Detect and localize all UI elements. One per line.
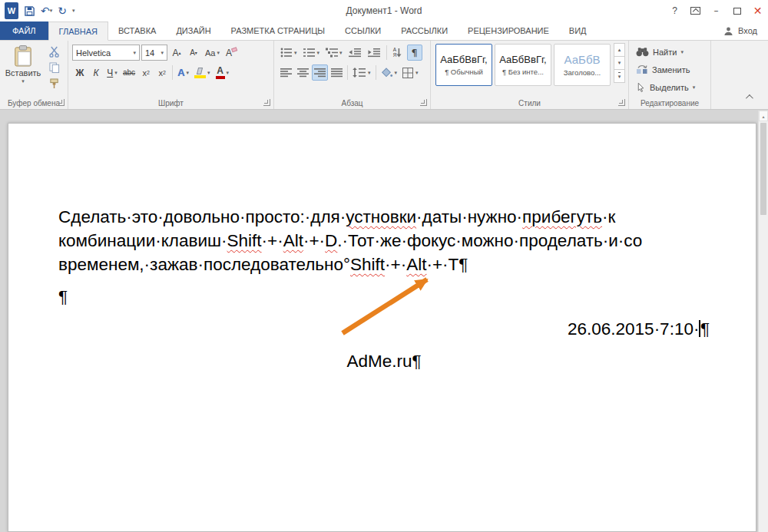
collapse-ribbon-icon xyxy=(745,94,753,101)
align-left-button[interactable] xyxy=(278,64,294,81)
group-label-paragraph: Абзац xyxy=(274,99,430,107)
paragraph-dialog-launcher[interactable] xyxy=(420,99,427,106)
redo-icon: ↻ xyxy=(58,5,67,16)
pilcrow-mark: ¶ xyxy=(58,287,68,306)
word-app-icon[interactable]: W xyxy=(5,2,18,19)
bold-button[interactable]: Ж xyxy=(72,64,88,81)
tab-page-layout[interactable]: РАЗМЕТКА СТРАНИЦЫ xyxy=(221,21,335,40)
style-card-no-spacing[interactable]: АаБбВвГг, ¶ Без инте... xyxy=(495,44,551,86)
sign-in-button[interactable]: Вход xyxy=(713,21,768,40)
tab-insert[interactable]: ВСТАВКА xyxy=(108,21,166,40)
select-dropdown-icon: ▾ xyxy=(693,84,696,91)
group-editing: Найти ▾ Заменить Выделить ▾ Редактирован… xyxy=(629,41,711,109)
subscript-button[interactable]: x2 xyxy=(138,64,154,81)
highlight-button[interactable]: ▾ xyxy=(192,64,213,81)
title-bar: W ↶ ▾ ↻ ▾ Документ1 - Word ? – ✕ xyxy=(0,0,768,21)
replace-label: Заменить xyxy=(652,65,690,74)
tab-view[interactable]: ВИД xyxy=(559,21,597,40)
style-card-heading[interactable]: АаБбВ Заголово... xyxy=(554,44,611,86)
tab-design[interactable]: ДИЗАЙН xyxy=(166,21,220,40)
cut-button[interactable] xyxy=(45,44,65,59)
font-size-combo[interactable]: 14 ▾ xyxy=(141,45,167,61)
text-line: AdMe.ru¶ xyxy=(58,349,710,373)
increase-indent-button[interactable] xyxy=(366,45,383,61)
ribbon-tab-bar: ФАЙЛ ГЛАВНАЯ ВСТАВКА ДИЗАЙН РАЗМЕТКА СТР… xyxy=(0,21,768,41)
align-right-button[interactable] xyxy=(312,64,328,81)
shading-dropdown-icon: ▾ xyxy=(395,70,398,76)
underline-button[interactable]: Ч ▾ xyxy=(104,64,120,81)
customize-qat-button[interactable]: ▾ xyxy=(72,2,75,19)
decrease-indent-button[interactable] xyxy=(346,45,364,61)
font-color-button[interactable]: А ▾ xyxy=(214,64,232,81)
shading-button[interactable]: ▾ xyxy=(379,64,400,81)
ribbon-filler xyxy=(711,41,768,109)
multilevel-list-button[interactable]: ▾ xyxy=(323,45,345,61)
grow-font-button[interactable]: A▴ xyxy=(169,45,184,61)
replace-button[interactable]: Заменить xyxy=(629,61,710,78)
tab-file[interactable]: ФАЙЛ xyxy=(0,21,48,40)
tab-references[interactable]: ССЫЛКИ xyxy=(335,21,391,40)
tab-home[interactable]: ГЛАВНАЯ xyxy=(48,21,108,41)
format-painter-button[interactable] xyxy=(45,76,65,91)
strikethrough-button[interactable]: abc xyxy=(121,64,137,81)
line-spacing-button[interactable]: ▾ xyxy=(350,64,373,81)
numbering-button[interactable]: ▾ xyxy=(301,45,323,61)
paste-button[interactable]: Вставить ▾ xyxy=(4,44,42,97)
text-effects-button[interactable]: А ▾ xyxy=(175,64,191,81)
bullets-button[interactable]: ▾ xyxy=(278,45,300,61)
superscript-button[interactable]: x2 xyxy=(154,64,170,81)
scrollbar-thumb[interactable] xyxy=(760,123,766,215)
find-button[interactable]: Найти ▾ xyxy=(629,44,710,60)
select-button[interactable]: Выделить ▾ xyxy=(629,79,710,95)
font-dialog-launcher[interactable] xyxy=(263,99,270,106)
styles-gallery: АаБбВвГг, ¶ Обычный АаБбВвГг, ¶ Без инте… xyxy=(435,44,611,86)
styles-scroll-up-button[interactable]: ▴ xyxy=(614,43,625,57)
copy-button[interactable] xyxy=(45,60,65,75)
font-name-combo[interactable]: Helvetica ▾ xyxy=(72,45,140,61)
clear-formatting-button[interactable]: A xyxy=(223,45,240,61)
styles-dialog-launcher[interactable] xyxy=(618,99,625,106)
sort-button[interactable]: А Я xyxy=(390,45,406,61)
misspelled-word: прибегуть xyxy=(522,207,602,226)
clipboard-dialog-launcher[interactable] xyxy=(58,99,65,106)
borders-button[interactable]: ▾ xyxy=(400,64,421,81)
borders-dropdown-icon: ▾ xyxy=(415,70,419,76)
close-button[interactable]: ✕ xyxy=(747,0,768,21)
save-icon xyxy=(24,5,35,17)
style-preview: АаБбВ xyxy=(564,53,601,66)
ribbon-display-options-button[interactable] xyxy=(685,0,706,21)
copy-icon xyxy=(49,62,60,74)
underline-icon: Ч xyxy=(107,68,113,78)
minimize-button[interactable]: – xyxy=(706,0,727,21)
styles-scroll: ▴ ▾ ▾ xyxy=(614,44,625,83)
collapse-ribbon-button[interactable] xyxy=(740,91,756,103)
grow-font-arrow-icon: ▴ xyxy=(179,50,181,55)
undo-button[interactable]: ↶ ▾ xyxy=(41,2,52,19)
help-button[interactable]: ? xyxy=(664,0,685,21)
styles-more-button[interactable]: ▾ xyxy=(614,69,625,83)
save-button[interactable] xyxy=(24,2,35,19)
justify-button[interactable] xyxy=(329,64,345,81)
text-segment: ·+· xyxy=(262,231,283,250)
show-formatting-marks-button[interactable]: ¶ xyxy=(407,45,422,61)
align-center-button[interactable] xyxy=(295,64,311,81)
tab-mailings[interactable]: РАССЫЛКИ xyxy=(391,21,458,40)
shrink-font-button[interactable]: A▾ xyxy=(186,45,201,61)
change-case-button[interactable]: Aa ▾ xyxy=(203,45,222,61)
text-line: комбинации·клавиш·Shift·+·Alt·+·D.·Тот·ж… xyxy=(58,229,710,253)
bullets-dropdown-icon: ▾ xyxy=(294,50,297,56)
redo-button[interactable]: ↻ xyxy=(58,2,67,19)
maximize-button[interactable] xyxy=(727,0,747,21)
italic-button[interactable]: К xyxy=(88,64,104,81)
vertical-scrollbar[interactable]: ▴ xyxy=(758,111,768,532)
styles-scroll-down-button[interactable]: ▾ xyxy=(614,56,625,70)
misspelled-word: Shift xyxy=(227,231,262,250)
style-name: ¶ Обычный xyxy=(445,68,483,76)
tab-review[interactable]: РЕЦЕНЗИРОВАНИЕ xyxy=(458,21,559,40)
user-icon xyxy=(723,26,733,36)
separator xyxy=(172,65,173,80)
paste-dropdown-icon: ▾ xyxy=(22,78,25,84)
scrollbar-up-button[interactable]: ▴ xyxy=(759,111,768,121)
style-card-normal[interactable]: АаБбВвГг, ¶ Обычный xyxy=(435,44,492,86)
align-right-icon xyxy=(314,68,326,78)
